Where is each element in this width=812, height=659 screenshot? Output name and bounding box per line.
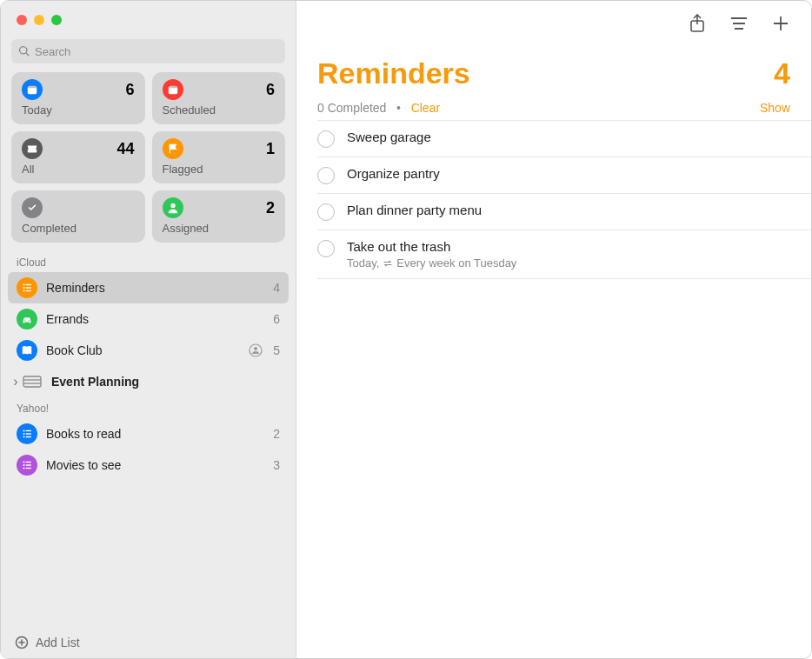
svg-point-13 bbox=[29, 320, 30, 322]
list-books-to-read[interactable]: Books to read2 bbox=[8, 418, 289, 449]
svg-rect-16 bbox=[23, 376, 41, 387]
chevron-right-icon: › bbox=[10, 374, 22, 389]
complete-toggle[interactable] bbox=[317, 130, 335, 148]
list-count: 6 bbox=[268, 312, 280, 326]
svg-rect-28 bbox=[26, 464, 31, 465]
smart-label: Completed bbox=[22, 222, 135, 235]
reminder-item[interactable]: Organize pantry bbox=[317, 156, 811, 193]
smart-list-scheduled[interactable]: 6Scheduled bbox=[152, 72, 286, 124]
shared-icon bbox=[249, 343, 263, 357]
tray-icon bbox=[22, 138, 43, 159]
minimize-window-button[interactable] bbox=[34, 15, 44, 25]
smart-count: 1 bbox=[266, 140, 275, 158]
list-icon bbox=[17, 455, 37, 476]
list-reminders[interactable]: Reminders4 bbox=[8, 272, 289, 303]
list-count: 4 bbox=[268, 281, 280, 295]
svg-rect-26 bbox=[26, 462, 31, 463]
svg-point-19 bbox=[23, 429, 24, 431]
svg-point-25 bbox=[23, 461, 24, 463]
show-completed-button[interactable]: Show bbox=[760, 101, 790, 115]
svg-point-29 bbox=[23, 467, 24, 469]
list-count: 5 bbox=[268, 343, 280, 357]
svg-point-5 bbox=[170, 203, 175, 208]
smart-list-completed[interactable]: Completed bbox=[11, 190, 145, 243]
search-input[interactable] bbox=[35, 45, 278, 58]
smart-label: Today bbox=[22, 103, 135, 116]
list-name: Errands bbox=[46, 312, 268, 326]
section-header: Yahoo! bbox=[1, 397, 296, 418]
fullscreen-window-button[interactable] bbox=[51, 15, 62, 25]
smart-list-assigned[interactable]: 2Assigned bbox=[152, 190, 286, 243]
completed-bar: 0 Completed • Clear Show bbox=[296, 92, 811, 120]
list-name: Book Club bbox=[46, 343, 249, 357]
calendar-icon bbox=[22, 79, 43, 100]
reminder-item[interactable]: Take out the trashToday, Every week on T… bbox=[317, 230, 811, 279]
reminder-title: Take out the trash bbox=[347, 239, 516, 254]
group-event-planning[interactable]: ›Event Planning bbox=[8, 366, 289, 397]
svg-point-21 bbox=[23, 433, 24, 435]
complete-toggle[interactable] bbox=[317, 203, 335, 221]
check-icon bbox=[22, 197, 43, 218]
search-icon bbox=[18, 45, 35, 57]
svg-rect-1 bbox=[28, 86, 37, 89]
app-window: 6Today6Scheduled44All1FlaggedCompleted2A… bbox=[0, 0, 812, 659]
svg-rect-24 bbox=[26, 436, 31, 437]
close-window-button[interactable] bbox=[17, 15, 27, 25]
completed-count: 0 Completed bbox=[317, 101, 386, 115]
smart-count: 6 bbox=[125, 81, 134, 99]
search-field[interactable] bbox=[11, 39, 285, 63]
svg-rect-30 bbox=[26, 468, 31, 469]
list-title: Reminders bbox=[317, 57, 470, 90]
reminder-subtitle: Today, Every week on Tuesday bbox=[347, 256, 516, 270]
sidebar: 6Today6Scheduled44All1FlaggedCompleted2A… bbox=[1, 1, 296, 658]
list-name: Movies to see bbox=[46, 458, 268, 472]
svg-point-27 bbox=[23, 464, 24, 466]
list-book-club[interactable]: Book Club5 bbox=[8, 335, 289, 366]
smart-count: 6 bbox=[266, 81, 275, 99]
add-reminder-button[interactable] bbox=[771, 14, 790, 33]
svg-rect-20 bbox=[26, 430, 31, 431]
add-list-button[interactable]: Add List bbox=[1, 627, 296, 658]
smart-label: Assigned bbox=[163, 222, 276, 235]
book-icon bbox=[17, 340, 37, 361]
complete-toggle[interactable] bbox=[317, 167, 335, 184]
smart-list-flagged[interactable]: 1Flagged bbox=[152, 131, 286, 183]
svg-rect-4 bbox=[28, 150, 37, 153]
list-icon bbox=[17, 277, 37, 298]
smart-count: 2 bbox=[266, 199, 275, 217]
add-list-label: Add List bbox=[36, 636, 80, 649]
clear-completed-button[interactable]: Clear bbox=[411, 101, 440, 115]
list-movies-to-see[interactable]: Movies to see3 bbox=[8, 449, 289, 481]
svg-point-15 bbox=[254, 347, 257, 350]
list-errands[interactable]: Errands6 bbox=[8, 303, 289, 335]
reminder-title: Organize pantry bbox=[347, 166, 440, 181]
svg-rect-3 bbox=[168, 86, 177, 89]
list-count: 2 bbox=[268, 427, 280, 441]
list-name: Books to read bbox=[46, 427, 268, 441]
list-count: 3 bbox=[268, 458, 280, 472]
list-count: 4 bbox=[774, 57, 790, 90]
section-header: iCloud bbox=[1, 251, 296, 272]
complete-toggle[interactable] bbox=[317, 240, 335, 257]
svg-rect-11 bbox=[26, 290, 31, 291]
person-icon bbox=[163, 197, 183, 218]
toolbar bbox=[296, 1, 811, 46]
smart-list-today[interactable]: 6Today bbox=[11, 72, 145, 124]
reminder-item[interactable]: Plan dinner party menu bbox=[317, 193, 811, 230]
smart-label: All bbox=[22, 163, 135, 176]
reminder-title: Sweep garage bbox=[347, 130, 431, 144]
folder-icon bbox=[22, 371, 43, 392]
svg-rect-7 bbox=[26, 284, 31, 285]
smart-list-all[interactable]: 44All bbox=[11, 131, 145, 183]
share-button[interactable] bbox=[688, 14, 707, 33]
reminder-item[interactable]: Sweep garage bbox=[317, 120, 811, 156]
svg-point-6 bbox=[23, 283, 24, 285]
main-pane: Reminders 4 0 Completed • Clear Show Swe… bbox=[296, 1, 811, 658]
svg-rect-9 bbox=[26, 287, 31, 288]
smart-count: 44 bbox=[116, 140, 134, 158]
list-name: Reminders bbox=[46, 281, 268, 295]
view-options-button[interactable] bbox=[729, 14, 749, 33]
car-icon bbox=[17, 309, 37, 330]
svg-point-8 bbox=[23, 287, 24, 289]
group-name: Event Planning bbox=[51, 375, 139, 389]
